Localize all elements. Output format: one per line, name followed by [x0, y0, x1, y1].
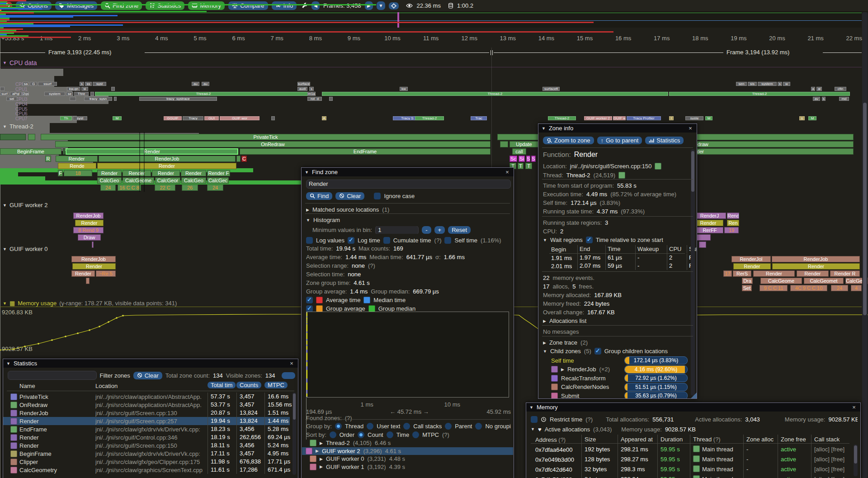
column-total-time[interactable]: Total tim: [208, 382, 236, 388]
child-time-bar[interactable]: 72.92 µs (1.62%): [624, 374, 688, 382]
tree-toggle-icon[interactable]: ▶: [543, 319, 546, 323]
zone-info-scrollbar-thumb[interactable]: [691, 151, 694, 192]
child-zone-row[interactable]: RecalcTransform72.92 µs (1.62%): [551, 374, 694, 382]
radio-button[interactable]: [475, 423, 482, 430]
column-counts[interactable]: Counts: [236, 382, 261, 388]
tree-toggle-icon[interactable]: ▼: [306, 218, 310, 222]
timeline-scrollbar[interactable]: [862, 12, 868, 478]
child-zone-row[interactable]: Submit35.63 µs (0.79%): [551, 392, 694, 399]
zone-group-row[interactable]: ▶Thread-2(4,105)6.46 s: [306, 439, 511, 447]
zone-info-titlebar[interactable]: ▼ Zone info ×: [538, 124, 697, 133]
alloc-frame-link[interactable]: [alloc]: [814, 446, 831, 453]
zone-group-row[interactable]: ▶GUIF worker 0(3,231)4.48 s: [306, 455, 511, 463]
close-icon[interactable]: ×: [687, 125, 693, 132]
tree-toggle-icon[interactable]: ▶: [320, 457, 323, 461]
memory-scrollbar[interactable]: [854, 445, 858, 476]
free-frame-link[interactable]: [free]: [831, 456, 845, 463]
table-row[interactable]: Renderjni/../jni/src/guif/Screen.cpp:150…: [3, 441, 290, 450]
radio-button[interactable]: [335, 423, 342, 430]
checkbox[interactable]: [444, 237, 451, 244]
child-time-bar[interactable]: 51.51 µs (1.15%): [624, 383, 688, 391]
free-frame-link[interactable]: [free]: [831, 446, 845, 453]
find-zone-titlebar[interactable]: ▼ Find zone ×: [302, 168, 514, 176]
table-row[interactable]: OnRedrawjni/../jni/src/claw/application/…: [3, 401, 290, 409]
statistics-scrollbar[interactable]: [292, 393, 296, 475]
checkbox[interactable]: [306, 237, 313, 244]
allocation-row[interactable]: 0x7dfc53d8988 bytes298.34 ms59.95 sMain …: [531, 474, 849, 478]
collapse-icon[interactable]: ▼: [542, 126, 546, 131]
child-time-bar[interactable]: 35.63 µs (0.79%): [624, 392, 688, 399]
statistics-scrollbar-thumb[interactable]: [293, 393, 296, 420]
table-row[interactable]: Renderjni/../jni/src/guif/Control.cpp:34…: [3, 433, 290, 441]
checkbox[interactable]: [306, 305, 313, 312]
radio-button[interactable]: [403, 423, 410, 430]
table-row[interactable]: EndFramejni/../jni/src/claw/gfx/drv/vk/D…: [3, 425, 290, 433]
tree-toggle-icon[interactable]: ▶: [320, 464, 323, 469]
wait-region-row[interactable]: 2.01 ms2.07 ms59 µs-2R: [549, 262, 685, 270]
allocation-row[interactable]: 0x7dfaa64e00192 bytes298.21 ms59.95 sMai…: [531, 445, 849, 454]
collapse-icon[interactable]: ▼: [531, 427, 535, 431]
bin-minus-button[interactable]: -: [422, 226, 431, 234]
collapse-icon[interactable]: ▼: [529, 405, 533, 410]
help-mark[interactable]: (?): [585, 416, 593, 423]
child-time-bar[interactable]: 172.14 µs (3.83%): [624, 356, 688, 364]
clear-button[interactable]: Clear: [335, 192, 364, 200]
memory-scrollbar-thumb[interactable]: [854, 445, 857, 464]
min-bin-input[interactable]: 1: [375, 226, 419, 234]
bin-plus-button[interactable]: +: [434, 226, 445, 234]
table-row[interactable]: RenderJobjni/../jni/src/guif/Screen.cpp:…: [3, 409, 290, 417]
checkbox[interactable]: [348, 237, 354, 244]
active-allocations-header[interactable]: ▼ ♥ Active allocations (3,043) Memory us…: [531, 425, 858, 433]
collapse-icon[interactable]: ▼: [305, 170, 309, 175]
bin-reset-button[interactable]: Reset: [448, 226, 471, 234]
column-mtpc[interactable]: MTPC: [264, 382, 288, 388]
zone-statistics-button[interactable]: Statistics: [645, 137, 684, 144]
tree-toggle-icon[interactable]: ▼: [543, 349, 547, 354]
help-mark[interactable]: (?): [712, 436, 721, 443]
table-row[interactable]: Renderjni/../jni/src/guif/Screen.cpp:257…: [3, 417, 290, 425]
zone-search-input[interactable]: Render: [306, 180, 511, 189]
ignore-case-checkbox[interactable]: [374, 193, 381, 199]
allocation-row[interactable]: 0x7e049b3d00128 bytes298.27 ms59.95 sMai…: [531, 454, 849, 464]
stats-extra-button[interactable]: [282, 372, 295, 379]
tree-toggle-icon[interactable]: ▶: [561, 367, 564, 372]
radio-button[interactable]: [412, 431, 419, 438]
column-location[interactable]: Location: [95, 383, 208, 389]
memory-col-address[interactable]: Address (?): [535, 436, 581, 443]
allocation-row[interactable]: 0x7dfc42d64032 bytes298.3 ms59.95 sMain …: [531, 464, 849, 474]
radio-button[interactable]: [358, 431, 364, 438]
table-row[interactable]: PrivateTickjni/../jni/src/claw/applicati…: [3, 393, 290, 401]
timeline-scrollbar-thumb[interactable]: [863, 103, 867, 315]
radio-button[interactable]: [387, 431, 393, 438]
child-zone-row[interactable]: Self time172.14 µs (3.83%): [551, 356, 694, 364]
child-zone-row[interactable]: ▶RenderJob(×2)4.16 ms (92.60%): [551, 365, 694, 374]
table-row[interactable]: CalcGeometryjni/../jni/src/claw/graphics…: [3, 466, 290, 474]
column-name[interactable]: Name: [19, 383, 95, 389]
alloc-frame-link[interactable]: [alloc]: [814, 466, 831, 473]
memory-titlebar[interactable]: ▼ Memory ×: [526, 403, 860, 412]
tree-toggle-icon[interactable]: ▼: [543, 238, 547, 242]
child-zone-row[interactable]: CalcRenderNodes51.51 µs (1.15%): [551, 383, 694, 391]
find-zone-histogram[interactable]: [306, 312, 509, 398]
close-icon[interactable]: ×: [504, 169, 510, 175]
collapse-icon[interactable]: ▼: [6, 361, 10, 366]
free-frame-link[interactable]: [free]: [831, 466, 845, 473]
help-mark[interactable]: (?): [557, 436, 566, 443]
wait-region-row[interactable]: 1.91 ms1.97 ms61 µs-2R: [549, 254, 685, 262]
zoom-to-zone-button[interactable]: Zoom to zone: [543, 137, 594, 144]
checkbox[interactable]: [306, 297, 313, 303]
alloc-frame-link[interactable]: [alloc]: [814, 476, 831, 478]
radio-button[interactable]: [367, 423, 373, 430]
table-row[interactable]: BeginFramejni/../jni/src/claw/gfx/drv/vk…: [3, 450, 290, 458]
tree-toggle-icon[interactable]: ▶: [543, 341, 546, 345]
restrict-time-checkbox[interactable]: [531, 416, 538, 423]
tree-toggle-icon[interactable]: ▶: [316, 449, 319, 453]
checkbox[interactable]: [383, 237, 390, 244]
clear-filter-button[interactable]: Clear: [133, 372, 162, 379]
free-frame-link[interactable]: [free]: [831, 476, 845, 478]
close-icon[interactable]: ×: [288, 360, 295, 367]
checkbox[interactable]: [586, 237, 593, 243]
tree-toggle-icon[interactable]: ▶: [306, 208, 309, 212]
find-button[interactable]: Find: [306, 192, 332, 200]
zone-group-row[interactable]: ▶GUIF worker 1(3,192)4.39 s: [306, 463, 511, 471]
